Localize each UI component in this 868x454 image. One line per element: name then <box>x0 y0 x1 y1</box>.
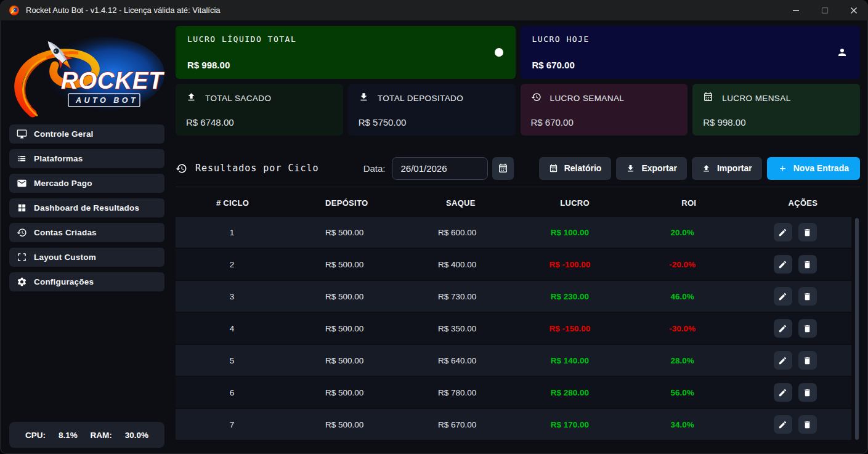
table-row: 5 R$ 500.00 R$ 640.00 R$ 140.00 28.0% <box>176 345 851 376</box>
card-label: TOTAL SACADO <box>205 94 271 103</box>
cell-ciclo: 5 <box>176 356 288 365</box>
card-total-depositado: TOTAL DEPOSITADO R$ 5750.00 <box>348 84 516 136</box>
cell-roi: 46.0% <box>626 292 739 301</box>
date-filter: Data: <box>363 157 514 180</box>
layout-icon <box>17 252 27 262</box>
cell-roi: 56.0% <box>626 388 739 397</box>
cell-roi: -30.0% <box>626 324 739 333</box>
trash-icon <box>803 388 812 397</box>
table-row: 4 R$ 500.00 R$ 350.00 R$ -150.00 -30.0% <box>176 313 851 344</box>
pencil-icon <box>778 420 787 429</box>
list-icon <box>17 153 27 164</box>
date-picker-button[interactable] <box>492 157 514 180</box>
delete-row-button[interactable] <box>798 383 817 402</box>
gear-icon <box>17 277 27 287</box>
card-value: R$ 998.00 <box>703 117 850 128</box>
sidebar-item-mercado-pago[interactable]: Mercado Pago <box>9 174 164 193</box>
close-icon[interactable] <box>839 0 868 20</box>
system-stats-card: CPU: 8.1% RAM: 30.0% <box>9 422 164 448</box>
app-logo: ROCKET AUTO BOT <box>9 26 164 118</box>
delete-row-button[interactable] <box>798 255 817 274</box>
edit-row-button[interactable] <box>774 255 792 274</box>
pencil-icon <box>778 260 787 269</box>
pencil-icon <box>778 388 787 397</box>
cpu-label: CPU: <box>25 431 46 440</box>
cell-lucro: R$ 170.00 <box>513 420 626 429</box>
cell-acoes <box>739 351 851 370</box>
ram-label: RAM: <box>91 431 112 440</box>
edit-row-button[interactable] <box>774 287 792 306</box>
date-input[interactable] <box>392 157 488 180</box>
col-saque: SAQUE <box>404 198 517 208</box>
calendar-icon <box>549 164 558 173</box>
cell-roi: 28.0% <box>626 356 739 365</box>
nova-entrada-button[interactable]: Nova Entrada <box>767 157 860 180</box>
edit-row-button[interactable] <box>774 319 792 338</box>
big-summary-cards: LUCRO LÍQUIDO TOTAL R$ 998.00 LUCRO HOJE… <box>176 26 860 79</box>
table-scrollbar[interactable] <box>855 218 859 440</box>
sidebar-item-plataformas[interactable]: Plataformas <box>9 149 164 168</box>
cell-deposito: R$ 500.00 <box>288 228 401 237</box>
sidebar-item-controle-geral[interactable]: Controle Geral <box>9 124 164 144</box>
cell-lucro: R$ 230.00 <box>513 292 626 301</box>
cell-lucro: R$ 280.00 <box>513 388 626 397</box>
history-icon <box>531 92 541 105</box>
table-row: 3 R$ 500.00 R$ 730.00 R$ 230.00 46.0% <box>176 281 851 312</box>
monitor-icon <box>17 129 27 139</box>
cell-ciclo: 1 <box>176 228 288 237</box>
table-header: # CICLO DEPÓSITO SAQUE LUCRO ROI AÇÕES <box>176 188 860 217</box>
delete-row-button[interactable] <box>798 351 817 370</box>
sidebar-item-layout-custom[interactable]: Layout Custom <box>9 248 164 267</box>
edit-row-button[interactable] <box>774 223 792 241</box>
card-lucro-mensal: LUCRO MENSAL R$ 998.00 <box>692 84 860 136</box>
titlebar: Rocket Auto Bot - v1.4.12 - Licença váli… <box>0 0 868 20</box>
edit-row-button[interactable] <box>774 415 792 434</box>
cell-acoes <box>739 255 851 274</box>
section-divider <box>176 187 860 187</box>
card-label: LUCRO LÍQUIDO TOTAL <box>187 34 504 44</box>
delete-row-button[interactable] <box>798 319 817 338</box>
delete-row-button[interactable] <box>798 223 817 241</box>
sidebar-item-configuracoes[interactable]: Configurações <box>9 272 164 291</box>
card-value: R$ 998.00 <box>187 60 504 70</box>
pencil-icon <box>778 228 787 237</box>
col-deposito: DEPÓSITO <box>290 198 404 208</box>
logo-text-primary: ROCKET <box>61 68 164 94</box>
cell-deposito: R$ 500.00 <box>288 292 401 301</box>
card-label: LUCRO MENSAL <box>722 94 790 103</box>
relatorio-button[interactable]: Relatório <box>539 157 612 180</box>
trash-icon <box>803 324 812 333</box>
delete-row-button[interactable] <box>798 415 817 434</box>
results-section: Resultados por Ciclo Data: Relatório Exp… <box>176 156 860 448</box>
sidebar-item-dashboard-de-resultados[interactable]: Dashboard de Resultados <box>9 198 164 217</box>
results-title: Resultados por Ciclo <box>176 163 319 174</box>
minimize-icon[interactable] <box>781 0 810 20</box>
logo-text-secondary: AUTO BOT <box>75 96 138 105</box>
app-window: Rocket Auto Bot - v1.4.12 - Licença váli… <box>0 0 868 454</box>
trash-icon <box>803 420 812 429</box>
trash-icon <box>803 260 812 269</box>
pencil-icon <box>778 292 787 301</box>
cell-acoes <box>739 223 851 241</box>
cell-deposito: R$ 500.00 <box>288 324 401 333</box>
importar-button[interactable]: Importar <box>692 157 762 180</box>
cell-lucro: R$ 100.00 <box>513 228 626 237</box>
maximize-icon[interactable] <box>810 0 839 20</box>
cell-saque: R$ 780.00 <box>401 388 514 397</box>
card-lucro-hoje: LUCRO HOJE R$ 670.00 <box>521 26 861 79</box>
white-dot-icon <box>495 48 503 57</box>
delete-row-button[interactable] <box>798 287 817 306</box>
history-icon <box>17 227 27 238</box>
exportar-button[interactable]: Exportar <box>616 157 687 180</box>
table-row: 2 R$ 500.00 R$ 400.00 R$ -100.00 -20.0% <box>176 249 851 280</box>
calendar-icon <box>703 92 713 105</box>
grid-icon <box>17 203 27 213</box>
sidebar-item-contas-criadas[interactable]: Contas Criadas <box>9 223 164 242</box>
cell-roi: -20.0% <box>626 260 739 269</box>
card-label: LUCRO SEMANAL <box>550 94 625 103</box>
edit-row-button[interactable] <box>774 351 792 370</box>
cell-saque: R$ 730.00 <box>401 292 514 301</box>
cell-lucro: R$ 140.00 <box>513 356 626 365</box>
col-acoes: AÇÕES <box>746 198 860 208</box>
edit-row-button[interactable] <box>774 383 792 402</box>
